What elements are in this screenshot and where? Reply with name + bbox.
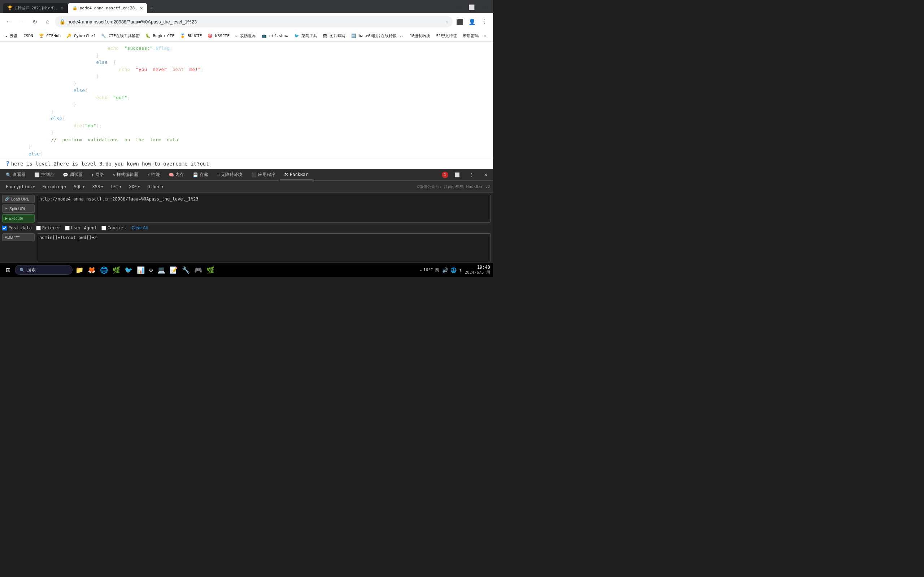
taskbar-icon-tool10[interactable]: 🌿: [205, 265, 216, 275]
forward-button[interactable]: →: [16, 16, 27, 27]
tab-2[interactable]: 🔒 node4.anna.nssctf.cn:28988/?aa... ✕: [68, 3, 147, 13]
devtools-dock-button[interactable]: ⬜: [451, 169, 463, 181]
address-input[interactable]: [68, 19, 443, 24]
bookmark-ctfshow[interactable]: 📺 ctf.show: [260, 33, 291, 39]
close-button[interactable]: ✕: [478, 2, 490, 13]
bookmark-more[interactable]: »: [482, 33, 489, 39]
code-line: else{: [6, 115, 487, 122]
hackbar-icon: 🛠: [284, 172, 288, 177]
execute-button[interactable]: ▶ Execute: [2, 214, 35, 222]
cookies-checkbox[interactable]: [102, 226, 106, 230]
bookmark-cloud[interactable]: ☁️ 云盘: [3, 32, 20, 39]
user-agent-checkbox-label[interactable]: User Agent: [65, 226, 97, 230]
restore-button[interactable]: ⬜: [465, 2, 477, 13]
post-data-checkbox-label[interactable]: Post data: [2, 226, 32, 230]
hackbar-menu-sql[interactable]: SQL ▾: [71, 183, 88, 191]
taskbar-icon-tool2[interactable]: 🌿: [111, 265, 122, 275]
bookmark-imgwrite[interactable]: 🖼 图片赋写: [321, 32, 347, 39]
add-comment-button[interactable]: ADD "/*": [2, 233, 35, 241]
bookmark-star-icon[interactable]: ☆: [446, 19, 448, 24]
taskbar-search[interactable]: 🔍 搜索: [15, 265, 73, 275]
taskbar-icon-tool6[interactable]: 💻: [156, 265, 167, 275]
taskbar-icon-tool5[interactable]: ⚙️: [148, 265, 155, 275]
bookmark-cyberchef[interactable]: 🔑 CyberChef: [64, 33, 97, 39]
devtools-tab-app[interactable]: ⬛ 应用程序: [247, 169, 280, 180]
new-tab-button[interactable]: +: [147, 5, 157, 13]
devtools-tab-inspector[interactable]: 🔍 查看器: [2, 169, 30, 180]
network-tray-icon[interactable]: 🌐: [451, 267, 457, 273]
bookmark-hex[interactable]: 16进制转换: [407, 32, 432, 39]
taskbar-icon-tool9[interactable]: 🎮: [193, 265, 204, 275]
reload-button[interactable]: ↻: [29, 16, 40, 27]
bookmark-buuctf[interactable]: 🏅 BUUCTF: [178, 33, 204, 39]
hackbar-menu-encoding[interactable]: Encoding ▾: [39, 183, 69, 191]
post-data-checkbox[interactable]: [2, 226, 7, 230]
devtools-tab-style-editor[interactable]: ✎ 样式编辑器: [108, 169, 142, 180]
tab-1[interactable]: 🏆 [鹤城杯 2021]Middle magic... ✕: [3, 3, 68, 13]
devtools-tab-debugger[interactable]: 💬 调试器: [58, 169, 87, 180]
hackbar-url-input[interactable]: [37, 195, 491, 222]
devtools-close-button[interactable]: ✕: [480, 169, 492, 181]
bookmark-nssctf[interactable]: 🎯 NSSCTF: [205, 33, 231, 39]
taskbar-icon-explorer[interactable]: 📁: [74, 265, 85, 275]
back-button[interactable]: ←: [3, 16, 15, 27]
user-agent-checkbox[interactable]: [65, 226, 69, 230]
taskbar-icon-tool1[interactable]: 🌐: [99, 265, 109, 275]
bookmark-base64[interactable]: 🔤 base64图片在线转换...: [349, 32, 406, 39]
network-icon: ↕: [91, 172, 94, 177]
tab-2-close[interactable]: ✕: [140, 5, 143, 11]
devtools-tab-hackbar[interactable]: 🛠 HackBar: [280, 169, 313, 180]
page-output-text: here is level 2here is level 3,do you ko…: [11, 161, 209, 167]
browser-frame: 🏆 [鹤城杯 2021]Middle magic... ✕ 🔒 node4.an…: [0, 0, 493, 277]
devtools-more-button[interactable]: ⋮: [465, 169, 477, 181]
console-icon: ⬜: [34, 172, 40, 177]
devtools-tab-memory[interactable]: 🧠 内存: [164, 169, 188, 180]
extensions-button[interactable]: ⬛: [454, 16, 465, 27]
hackbar-menu-encryption[interactable]: Encryption ▾: [3, 183, 38, 191]
hackbar-menu-other[interactable]: Other ▾: [144, 183, 166, 191]
devtools-tab-storage[interactable]: 💾 存储: [188, 169, 213, 180]
hackbar-menu-xss[interactable]: XSS ▾: [89, 183, 106, 191]
hackbar-menu-lfi[interactable]: LFI ▾: [108, 183, 124, 191]
bookmark-ctf-tools[interactable]: 🔧 CTF在线工具解密: [99, 32, 142, 39]
devtools-tab-accessibility[interactable]: ⊞ 无障碍环境: [213, 169, 247, 180]
tab-1-close[interactable]: ✕: [61, 5, 63, 11]
taskbar-icon-tool4[interactable]: 📊: [135, 265, 146, 275]
taskbar-icon-tool7[interactable]: 📝: [168, 265, 179, 275]
hackbar-menu-xxe[interactable]: XXE ▾: [126, 183, 143, 191]
bookmark-morse[interactable]: 摩斯密码: [460, 32, 481, 39]
referer-checkbox[interactable]: [36, 226, 41, 230]
home-button[interactable]: ⌂: [42, 16, 53, 27]
hackbar-body: 🔗 Load URL ✂ Split URL ▶ Execute: [0, 193, 493, 264]
devtools-tab-network[interactable]: ↕ 网络: [87, 169, 108, 180]
bookmark-gongfang[interactable]: ⚔ 攻防世界: [233, 32, 258, 39]
taskbar-icon-tool8[interactable]: 🔧: [181, 265, 191, 275]
hackbar-postdata-input[interactable]: [37, 233, 491, 262]
load-url-button[interactable]: 🔗 Load URL: [2, 195, 35, 203]
bookmark-bugku[interactable]: 🐛 Bugku CTF: [143, 33, 176, 39]
devtools-tab-console[interactable]: ⬜ 控制台: [30, 169, 58, 180]
sync-icon[interactable]: ⬆: [459, 267, 462, 273]
taskbar-icon-tool3[interactable]: 🐦: [123, 265, 134, 275]
volume-icon[interactable]: 🔊: [442, 267, 448, 273]
settings-button[interactable]: ⋮: [478, 16, 490, 27]
nav-right-buttons: ⬛ 👤 ⋮: [454, 16, 490, 27]
minimize-button[interactable]: —: [452, 2, 464, 13]
debugger-icon: 💬: [63, 172, 68, 177]
start-button[interactable]: ⊞: [3, 265, 13, 275]
bookmark-ctfhub[interactable]: 🏆 CTFHub: [37, 33, 63, 39]
split-url-button[interactable]: ✂ Split URL: [2, 205, 35, 213]
profile-button[interactable]: 👤: [466, 16, 478, 27]
datetime-display[interactable]: 19:48 2024/6/5 周: [465, 265, 490, 275]
taskbar-icon-firefox[interactable]: 🦊: [86, 265, 97, 275]
devtools-tab-performance[interactable]: ⚡ 性能: [142, 169, 164, 180]
cookies-checkbox-label[interactable]: Cookies: [102, 226, 126, 230]
clear-all-button[interactable]: Clear All: [131, 226, 148, 230]
hackbar-url-row: 🔗 Load URL ✂ Split URL ▶ Execute: [2, 195, 491, 222]
bookmark-51[interactable]: 51密文特征: [434, 32, 459, 39]
referer-checkbox-label[interactable]: Referer: [36, 226, 61, 230]
address-bar[interactable]: 🔒 ☆: [55, 16, 452, 27]
code-line: echo "success:".$flag;: [6, 45, 487, 52]
bookmark-cainiao[interactable]: 🐦 菜鸟工具: [292, 32, 320, 39]
bookmark-csdn[interactable]: CSDN: [21, 33, 36, 39]
